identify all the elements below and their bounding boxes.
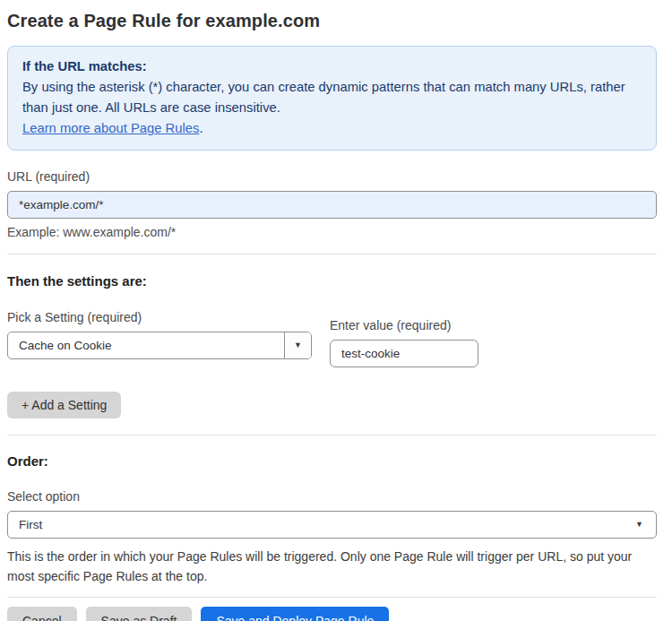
url-example-helper: Example: www.example.com/*: [7, 225, 657, 239]
divider: [7, 597, 657, 598]
setting-picker-column: Pick a Setting (required) Cache on Cooki…: [7, 310, 312, 367]
url-match-info-box: If the URL matches: By using the asteris…: [7, 46, 657, 151]
learn-more-link[interactable]: Learn more about Page Rules: [22, 121, 199, 135]
divider: [7, 435, 657, 436]
setting-value-label: Enter value (required): [330, 318, 478, 332]
info-box-heading: If the URL matches:: [22, 56, 642, 77]
setting-select-arrow-button[interactable]: ▼: [284, 332, 311, 358]
page-title: Create a Page Rule for example.com: [7, 11, 657, 31]
setting-value-column: Enter value (required): [330, 318, 478, 367]
order-section-heading: Order:: [7, 453, 657, 469]
setting-picker-label: Pick a Setting (required): [7, 310, 312, 324]
order-select[interactable]: First ▼: [7, 511, 657, 539]
add-setting-button[interactable]: + Add a Setting: [7, 392, 121, 418]
link-suffix: .: [199, 121, 202, 135]
order-helper-text: This is the order in which your Page Rul…: [7, 547, 652, 586]
page-rule-form: Create a Page Rule for example.com If th…: [0, 0, 672, 621]
order-select-value: First: [19, 518, 635, 531]
setting-select[interactable]: Cache on Cookie ▼: [7, 332, 312, 359]
info-box-link-line: Learn more about Page Rules.: [22, 118, 642, 139]
setting-select-value: Cache on Cookie: [8, 332, 284, 358]
form-actions: Cancel Save as Draft Save and Deploy Pag…: [7, 607, 657, 621]
divider: [7, 254, 657, 254]
cancel-button[interactable]: Cancel: [7, 607, 77, 621]
chevron-down-icon: ▼: [635, 521, 643, 529]
settings-section-heading: Then the settings are:: [7, 273, 657, 289]
order-select-label: Select option: [7, 489, 657, 504]
setting-value-input[interactable]: [330, 340, 478, 367]
url-input[interactable]: [7, 191, 657, 219]
info-box-body: By using the asterisk (*) character, you…: [22, 77, 642, 118]
settings-row: Pick a Setting (required) Cache on Cooki…: [7, 310, 657, 367]
save-and-deploy-button[interactable]: Save and Deploy Page Rule: [201, 607, 389, 621]
chevron-down-icon: ▼: [294, 341, 302, 349]
save-as-draft-button[interactable]: Save as Draft: [86, 607, 193, 621]
url-field-label: URL (required): [7, 169, 657, 184]
